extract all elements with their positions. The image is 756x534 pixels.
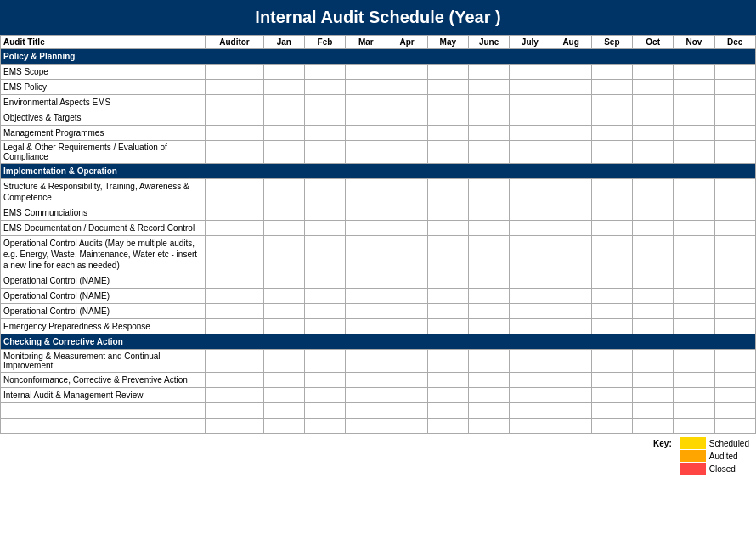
row-title: EMS Policy <box>1 80 206 95</box>
row-month-cell <box>468 179 509 205</box>
row-month-cell <box>510 65 550 80</box>
row-title: Operational Control (NAME) <box>1 304 206 319</box>
row-month-cell <box>468 289 509 304</box>
row-month-cell <box>674 388 714 403</box>
row-month-cell <box>304 126 345 141</box>
row-month-cell <box>263 80 304 95</box>
row-month-cell <box>468 350 509 373</box>
row-month-cell <box>550 388 591 403</box>
row-month-cell <box>591 388 632 403</box>
row-month-cell <box>468 65 509 80</box>
row-month-cell <box>510 304 550 319</box>
row-month-cell <box>510 419 550 434</box>
row-month-cell <box>674 350 714 373</box>
row-month-cell <box>427 419 468 434</box>
row-month-cell <box>427 273 468 289</box>
row-month-cell <box>346 110 386 126</box>
row-month-cell <box>714 350 755 373</box>
row-month-cell <box>633 80 674 95</box>
row-month-cell <box>346 179 386 205</box>
row-month-cell <box>263 110 304 126</box>
row-month-cell <box>714 373 755 388</box>
row-month-cell <box>510 95 550 110</box>
row-auditor <box>206 95 263 110</box>
row-auditor <box>206 388 263 403</box>
page-container: Internal Audit Schedule (Year ) Audit Ti… <box>0 0 756 478</box>
row-month-cell <box>263 403 304 419</box>
col-header-auditor: Auditor <box>206 36 263 49</box>
row-auditor <box>206 350 263 373</box>
row-month-cell <box>304 373 345 388</box>
row-title: EMS Documentation / Document & Record Co… <box>1 221 206 236</box>
row-month-cell <box>468 80 509 95</box>
row-month-cell <box>591 273 632 289</box>
row-month-cell <box>550 319 591 334</box>
row-auditor <box>206 403 263 419</box>
row-month-cell <box>550 273 591 289</box>
row-month-cell <box>714 141 755 164</box>
row-month-cell <box>674 403 714 419</box>
row-month-cell <box>263 65 304 80</box>
row-month-cell <box>591 80 632 95</box>
row-month-cell <box>263 319 304 334</box>
row-month-cell <box>346 319 386 334</box>
row-month-cell <box>550 126 591 141</box>
row-month-cell <box>346 388 386 403</box>
row-month-cell <box>591 179 632 205</box>
col-header-aug: Aug <box>550 36 591 49</box>
row-month-cell <box>550 373 591 388</box>
row-month-cell <box>510 350 550 373</box>
row-title: Management Programmes <box>1 126 206 141</box>
row-month-cell <box>263 126 304 141</box>
row-month-cell <box>386 350 427 373</box>
row-month-cell <box>427 304 468 319</box>
row-month-cell <box>468 221 509 236</box>
row-title: EMS Communciations <box>1 205 206 221</box>
row-month-cell <box>674 236 714 273</box>
row-month-cell <box>304 65 345 80</box>
row-month-cell <box>714 221 755 236</box>
row-month-cell <box>346 350 386 373</box>
row-month-cell <box>674 80 714 95</box>
row-month-cell <box>633 304 674 319</box>
row-title <box>1 403 206 419</box>
row-month-cell <box>550 95 591 110</box>
row-month-cell <box>346 221 386 236</box>
row-month-cell <box>468 110 509 126</box>
row-month-cell <box>304 289 345 304</box>
row-month-cell <box>550 289 591 304</box>
row-title: Emergency Preparedness & Response <box>1 319 206 334</box>
row-title: Nonconformance, Corrective & Preventive … <box>1 373 206 388</box>
row-month-cell <box>714 319 755 334</box>
row-month-cell <box>304 110 345 126</box>
row-month-cell <box>346 236 386 273</box>
row-month-cell <box>386 419 427 434</box>
section-row: Checking & Corrective Action <box>1 334 756 350</box>
col-header-feb: Feb <box>304 36 345 49</box>
row-month-cell <box>714 110 755 126</box>
row-month-cell <box>633 126 674 141</box>
row-month-cell <box>714 388 755 403</box>
row-month-cell <box>633 95 674 110</box>
row-title: Internal Audit & Management Review <box>1 388 206 403</box>
row-auditor <box>206 319 263 334</box>
row-month-cell <box>674 304 714 319</box>
row-month-cell <box>633 319 674 334</box>
row-auditor <box>206 126 263 141</box>
key-label: Key: <box>653 437 672 451</box>
row-month-cell <box>674 95 714 110</box>
row-month-cell <box>468 373 509 388</box>
row-month-cell <box>263 304 304 319</box>
row-month-cell <box>468 95 509 110</box>
page-title: Internal Audit Schedule (Year ) <box>0 0 756 35</box>
row-auditor <box>206 65 263 80</box>
audit-schedule-table: Audit Title Auditor Jan Feb Mar Apr May … <box>0 35 756 434</box>
key-swatch-cls <box>680 463 706 475</box>
row-month-cell <box>346 419 386 434</box>
row-month-cell <box>386 179 427 205</box>
row-month-cell <box>386 80 427 95</box>
table-row: Management Programmes <box>1 126 756 141</box>
row-month-cell <box>386 110 427 126</box>
row-month-cell <box>510 126 550 141</box>
row-month-cell <box>510 141 550 164</box>
